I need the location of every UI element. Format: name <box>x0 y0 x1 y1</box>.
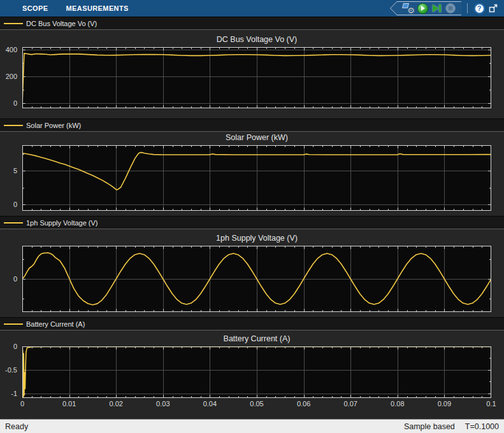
x-tick-label: 0.06 <box>297 400 310 408</box>
y-tick-label: 0 <box>13 275 17 283</box>
x-tick-label: 0.1 <box>486 400 496 408</box>
legend-label: Solar Power (kW) <box>26 122 81 129</box>
tab-measurements[interactable]: MEASUREMENTS <box>57 0 138 17</box>
x-axis-labels: 00.010.020.030.040.050.060.070.080.090.1 <box>22 400 491 410</box>
legend-line-sample <box>4 23 23 24</box>
chart-area: Battery Current (A) 0-0.5-1 00.010.020.0… <box>0 330 504 419</box>
y-tick-label: -1 <box>11 390 17 397</box>
step-forward-icon <box>433 4 441 12</box>
legend-line-sample <box>4 323 23 325</box>
toolbar-divider <box>467 3 468 13</box>
configuration-button[interactable]: ⚙ <box>401 2 415 15</box>
x-tick-label: 0.05 <box>250 400 263 408</box>
y-tick-label: 0 <box>13 343 17 350</box>
popout-icon <box>488 3 498 13</box>
help-icon: ? <box>474 3 485 14</box>
chart-title: DC Bus Voltage Vo (V) <box>22 35 491 44</box>
tab-scope[interactable]: SCOPE <box>13 0 57 17</box>
status-ready: Ready <box>5 422 28 431</box>
plot-canvas[interactable] <box>22 346 491 398</box>
plot-canvas[interactable] <box>22 145 491 211</box>
legend-label: DC Bus Voltage Vo (V) <box>26 20 97 27</box>
chart-section-supply-voltage: 1ph Supply Voltage (V) 1ph Supply Voltag… <box>0 216 504 317</box>
x-tick-label: 0 <box>20 400 24 408</box>
status-sample-mode: Sample based <box>404 422 455 431</box>
legend-line-sample <box>4 222 23 224</box>
x-tick-label: 0.01 <box>62 400 76 408</box>
legend-label: 1ph Supply Voltage (V) <box>26 219 98 227</box>
x-tick-label: 0.08 <box>391 400 404 408</box>
toolbar: SCOPE MEASUREMENTS ⚙ ? <box>0 0 504 17</box>
step-forward-button[interactable] <box>429 2 443 15</box>
chart-area: 1ph Supply Voltage (V) 0 <box>0 229 504 317</box>
status-sim-time: T=0.1000 <box>465 422 499 431</box>
help-button[interactable]: ? <box>472 2 486 15</box>
y-tick-label: -0.5 <box>5 366 17 374</box>
status-bar: Ready Sample based T=0.1000 <box>0 419 504 433</box>
legend-bar[interactable]: Battery Current (A) <box>0 317 504 330</box>
chart-title: Solar Power (kW) <box>22 133 491 142</box>
chart-section-dc-bus-voltage: DC Bus Voltage Vo (V) DC Bus Voltage Vo … <box>0 17 504 118</box>
y-tick-label: 200 <box>6 73 17 80</box>
run-icon <box>417 3 428 14</box>
legend-label: Battery Current (A) <box>26 320 85 328</box>
y-tick-label: 0 <box>13 201 17 208</box>
chart-area: DC Bus Voltage Vo (V) 4002000 <box>0 30 504 118</box>
chart-area: Solar Power (kW) 50 <box>0 132 504 216</box>
chart-title: 1ph Supply Voltage (V) <box>22 234 491 243</box>
x-tick-label: 0.02 <box>109 400 122 408</box>
y-axis-labels: 4002000 <box>0 47 20 108</box>
dock-button[interactable] <box>486 2 500 15</box>
y-tick-label: 5 <box>13 167 17 174</box>
legend-bar[interactable]: DC Bus Voltage Vo (V) <box>0 17 504 30</box>
x-tick-label: 0.09 <box>438 400 451 408</box>
y-axis-labels: 50 <box>0 145 20 211</box>
plot-canvas[interactable] <box>22 246 491 312</box>
legend-bar[interactable]: Solar Power (kW) <box>0 118 504 132</box>
stop-button <box>443 2 457 15</box>
y-axis-labels: 0-0.5-1 <box>0 346 20 398</box>
chart-title: Battery Current (A) <box>22 334 491 343</box>
y-tick-label: 0 <box>13 99 17 107</box>
x-tick-label: 0.07 <box>343 400 357 408</box>
simulation-toolbar-banner: ⚙ <box>390 1 461 15</box>
gear-icon: ⚙ <box>407 6 415 15</box>
plot-canvas[interactable] <box>22 47 491 108</box>
run-button[interactable] <box>415 2 429 15</box>
scope-window: SCOPE MEASUREMENTS ⚙ ? <box>0 0 504 433</box>
chart-section-solar-power: Solar Power (kW) Solar Power (kW) 50 <box>0 118 504 216</box>
chart-section-battery-current: Battery Current (A) Battery Current (A) … <box>0 317 504 419</box>
x-tick-label: 0.03 <box>156 400 169 408</box>
stop-icon <box>445 3 456 13</box>
legend-bar[interactable]: 1ph Supply Voltage (V) <box>0 216 504 229</box>
y-tick-label: 400 <box>6 46 17 53</box>
x-tick-label: 0.04 <box>203 400 217 408</box>
y-axis-labels: 0 <box>0 246 20 312</box>
legend-line-sample <box>4 125 23 126</box>
